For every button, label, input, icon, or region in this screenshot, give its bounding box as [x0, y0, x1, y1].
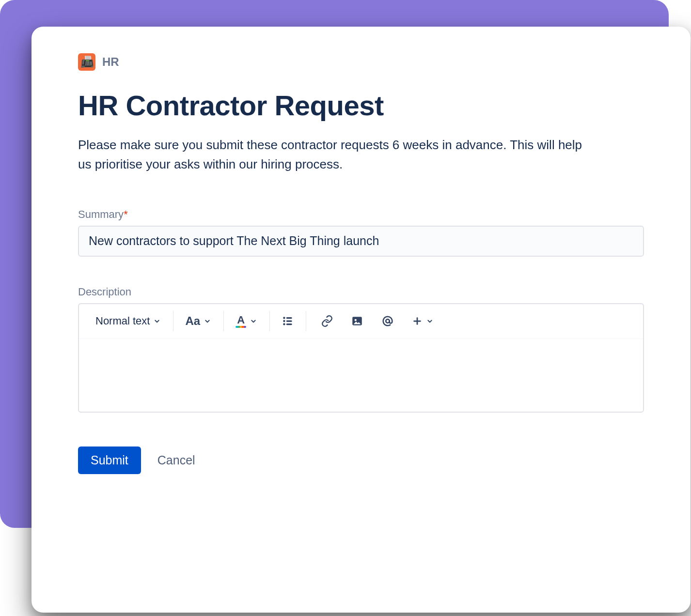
text-color-dropdown[interactable]: A [234, 312, 260, 331]
form-intro-text: Please make sure you submit these contra… [78, 135, 597, 174]
summary-label: Summary* [78, 208, 644, 221]
cancel-button[interactable]: Cancel [157, 453, 195, 467]
svg-point-7 [355, 319, 357, 321]
breadcrumb: 📠 HR [78, 53, 644, 71]
text-format-aa-icon: Aa [185, 314, 200, 328]
svg-rect-3 [286, 320, 292, 322]
text-formatting-dropdown[interactable]: Aa [183, 311, 214, 331]
svg-rect-5 [286, 323, 292, 325]
image-icon [351, 315, 363, 327]
submit-button[interactable]: Submit [78, 447, 141, 474]
editor-toolbar: Normal text Aa A [79, 304, 643, 339]
chevron-down-icon [425, 317, 434, 325]
insert-more-dropdown[interactable] [410, 313, 436, 329]
breadcrumb-label[interactable]: HR [102, 55, 119, 69]
form-card: 📠 HR HR Contractor Request Please make s… [31, 27, 691, 613]
chevron-down-icon [203, 317, 212, 325]
chevron-down-icon [153, 317, 161, 325]
svg-point-0 [283, 317, 285, 319]
summary-label-text: Summary [78, 208, 124, 220]
summary-input[interactable] [78, 226, 644, 257]
svg-rect-1 [286, 317, 292, 319]
mention-button[interactable] [379, 311, 396, 331]
description-editor: Normal text Aa A [78, 303, 644, 413]
description-textarea[interactable] [79, 339, 643, 412]
page-title: HR Contractor Request [78, 89, 644, 122]
plus-icon [412, 316, 423, 326]
description-label: Description [78, 286, 644, 298]
text-color-icon: A [236, 315, 246, 328]
project-icon-emoji: 📠 [80, 57, 94, 67]
list-button[interactable] [280, 312, 296, 330]
svg-point-4 [283, 323, 285, 325]
text-style-dropdown[interactable]: Normal text [94, 312, 163, 330]
svg-point-2 [283, 320, 285, 322]
link-icon [321, 315, 333, 327]
project-fax-icon: 📠 [78, 53, 95, 71]
required-asterisk: * [124, 208, 128, 220]
link-button[interactable] [319, 312, 335, 330]
form-actions: Submit Cancel [78, 447, 644, 474]
bullet-list-icon [282, 315, 294, 327]
image-button[interactable] [349, 312, 365, 330]
text-style-label: Normal text [95, 315, 150, 327]
at-sign-icon [381, 314, 394, 328]
chevron-down-icon [249, 317, 258, 325]
